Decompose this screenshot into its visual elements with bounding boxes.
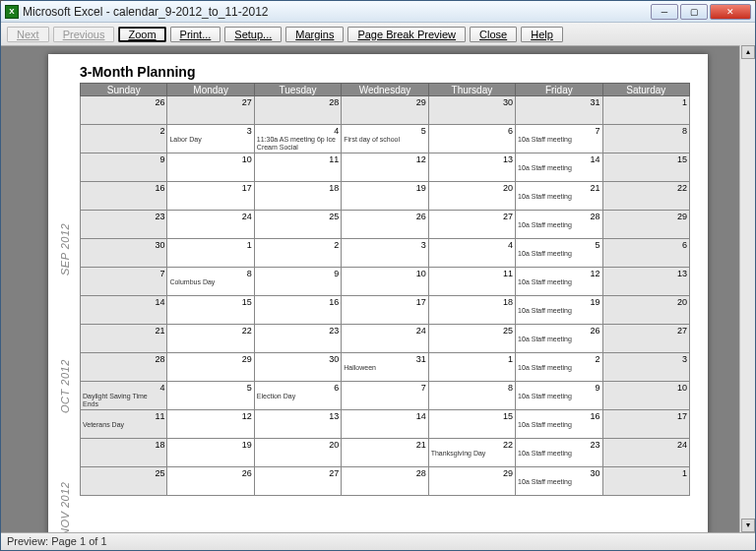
date-number: 17 (242, 183, 252, 193)
date-number: 30 (329, 354, 339, 364)
calendar-cell: 1 (167, 239, 254, 268)
date-number: 1 (247, 240, 252, 250)
date-number: 15 (677, 154, 687, 164)
event-text: 10a Staff meeting (518, 478, 599, 486)
calendar-cell: 2 (254, 239, 341, 268)
close-window-button[interactable]: ✕ (710, 4, 751, 20)
calendar-cell: 5First day of school (342, 125, 428, 153)
calendar-cell: 22 (602, 182, 689, 211)
date-number: 21 (416, 440, 426, 450)
excel-icon: X (5, 5, 19, 19)
date-number: 12 (591, 269, 600, 278)
calendar-cell: 1 (602, 96, 689, 125)
date-number: 14 (416, 411, 426, 421)
date-number: 5 (596, 240, 600, 250)
event-text: Election Day (257, 393, 339, 400)
date-number: 23 (591, 440, 600, 450)
zoom-button[interactable]: Zoom (118, 27, 165, 42)
calendar-cell: 4 (428, 239, 515, 268)
status-bar: Preview: Page 1 of 1 (1, 532, 755, 550)
vertical-scrollbar[interactable]: ▴ ▾ (739, 45, 755, 532)
calendar-grid: SundayMondayTuesdayWednesdayThursdayFrid… (80, 83, 690, 496)
date-number: 22 (677, 183, 687, 193)
event-text: First day of school (344, 136, 425, 144)
calendar-cell: 16 (254, 296, 341, 325)
date-number: 13 (503, 154, 513, 164)
date-number: 18 (329, 183, 339, 193)
date-number: 30 (155, 240, 164, 250)
calendar-cell: 12 (167, 410, 254, 439)
month-label-nov: NOV 2012 (59, 482, 71, 532)
calendar-cell: 21 (342, 439, 428, 467)
month-label-sep: SEP 2012 (59, 223, 71, 276)
date-number: 9 (159, 154, 164, 164)
calendar-cell: 8 (428, 382, 515, 410)
page-break-preview-button[interactable]: Page Break Preview (347, 27, 466, 42)
next-button[interactable]: Next (7, 27, 49, 42)
date-number: 19 (242, 440, 252, 450)
calendar-cell: 26 (342, 211, 428, 239)
calendar-cell: 11 (428, 268, 515, 296)
event-text: Thanksgiving Day (431, 450, 513, 458)
scroll-down-icon[interactable]: ▾ (741, 519, 755, 532)
day-header: Wednesday (342, 84, 428, 96)
date-number: 19 (591, 297, 600, 307)
calendar-cell: 26 (167, 467, 254, 496)
previous-button[interactable]: Previous (53, 27, 115, 42)
calendar-cell: 28 (81, 353, 167, 382)
calendar-cell: 3Labor Day (167, 125, 254, 153)
calendar-cell: 25 (254, 211, 341, 239)
calendar-cell: 1910a Staff meeting (516, 296, 602, 325)
event-text: 11:30a AS meeting 6p Ice Cream Social (257, 136, 339, 152)
date-number: 20 (677, 297, 687, 307)
date-number: 25 (329, 212, 339, 221)
calendar-cell: 411:30a AS meeting 6p Ice Cream Social (254, 125, 341, 153)
date-number: 3 (421, 240, 426, 250)
calendar-cell: 20 (428, 182, 515, 211)
help-button[interactable]: Help (521, 27, 563, 42)
calendar-cell: 14 (342, 410, 428, 439)
calendar-cell: 3 (602, 353, 689, 382)
calendar-cell: 20 (602, 296, 689, 325)
date-number: 21 (591, 183, 600, 193)
date-number: 1 (682, 97, 687, 107)
date-number: 4 (159, 383, 164, 393)
day-header: Sunday (81, 84, 167, 96)
date-number: 27 (677, 326, 687, 336)
scroll-up-icon[interactable]: ▴ (741, 45, 755, 59)
setup-button[interactable]: Setup... (224, 27, 282, 42)
calendar-cell: 6Election Day (254, 382, 341, 410)
date-number: 16 (329, 297, 339, 307)
date-number: 29 (503, 468, 513, 478)
calendar-cell: 2610a Staff meeting (516, 325, 602, 353)
calendar-cell: 24 (602, 439, 689, 467)
date-number: 18 (155, 440, 164, 450)
date-number: 2 (596, 354, 600, 364)
maximize-button[interactable]: ▢ (680, 4, 708, 20)
date-number: 3 (682, 354, 687, 364)
calendar-cell: 29 (428, 467, 515, 496)
date-number: 12 (416, 154, 426, 164)
preview-area[interactable]: 3-Month Planning SEP 2012 OCT 2012 NOV 2… (1, 46, 755, 532)
event-text: 10a Staff meeting (518, 250, 599, 258)
minimize-button[interactable]: ─ (651, 4, 678, 20)
event-text: 10a Staff meeting (518, 221, 599, 229)
print-button[interactable]: Print... (170, 27, 221, 42)
calendar-cell: 18 (81, 439, 167, 467)
calendar-cell: 6 (602, 239, 689, 268)
date-number: 1 (508, 354, 513, 364)
date-number: 10 (677, 383, 687, 393)
calendar-cell: 1410a Staff meeting (516, 153, 602, 182)
date-number: 3 (247, 126, 252, 136)
calendar-cell: 9 (81, 153, 167, 182)
calendar-cell: 1 (428, 353, 515, 382)
calendar-cell: 27 (254, 467, 341, 496)
margins-button[interactable]: Margins (285, 27, 344, 42)
date-number: 9 (334, 269, 339, 278)
date-number: 28 (329, 97, 339, 107)
close-button[interactable]: Close (470, 27, 517, 42)
calendar-cell: 12 (342, 153, 428, 182)
month-label-oct: OCT 2012 (59, 359, 71, 413)
calendar-cell: 31 (516, 96, 602, 125)
calendar-cell: 20 (254, 439, 341, 467)
